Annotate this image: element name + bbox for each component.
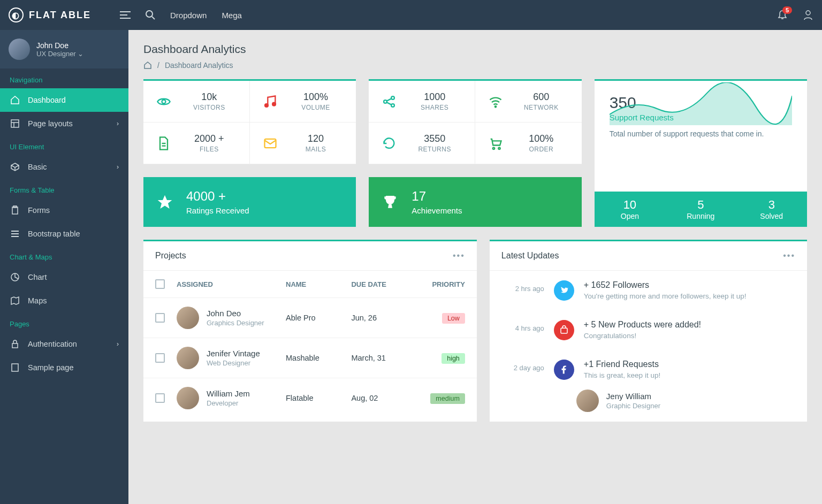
row-date: Aug, 02: [351, 394, 416, 402]
table-header: ASSIGNED NAME DUE DATE PRIORITY: [143, 271, 477, 297]
pie-icon: [10, 272, 20, 282]
support-stat-value: 10: [595, 198, 665, 212]
avatar: [9, 39, 30, 60]
menu-toggle-icon[interactable]: [120, 11, 131, 19]
sidebar-item-authentication[interactable]: Authentication ›: [0, 332, 128, 356]
update-person: Jeny William Graphic Designer: [565, 390, 807, 422]
update-time: 2 hrs ago: [501, 280, 544, 293]
sidebar-item-basic[interactable]: Basic ›: [0, 155, 128, 179]
support-stat-value: 5: [665, 198, 736, 212]
section-chart-maps: Chart & Maps: [0, 246, 128, 265]
priority-badge: medium: [430, 393, 465, 404]
facebook-icon: [554, 360, 574, 380]
sparkline-chart: [610, 82, 792, 125]
user-icon[interactable]: [803, 10, 813, 20]
stat-cell-network: 600NETWORK: [475, 81, 582, 123]
support-desc: Total number of support requests that co…: [610, 129, 792, 138]
stat-value: 120: [288, 133, 344, 144]
col-assigned: ASSIGNED: [177, 280, 286, 288]
row-checkbox[interactable]: [155, 393, 165, 403]
select-all-checkbox[interactable]: [155, 279, 165, 289]
updates-card: Latest Updates ••• 2 hrs ago+ 1652 Follo…: [490, 240, 807, 422]
sidebar-item-dashboard[interactable]: Dashboard: [0, 88, 128, 112]
search-icon[interactable]: [146, 10, 155, 20]
stat-label: ORDER: [514, 146, 569, 153]
projects-card: Projects ••• ASSIGNED NAME DUE DATE PRIO…: [143, 240, 477, 422]
stats-left: 10kVISITORS100%VOLUME2000 +FILES120MAILS: [143, 79, 356, 164]
stat-label: MAILS: [288, 146, 344, 153]
table-row[interactable]: William JemDeveloperFlatableAug, 02mediu…: [143, 378, 477, 418]
sidebar-item-label: Forms: [28, 206, 50, 215]
row-project: Mashable: [286, 354, 351, 362]
col-name: NAME: [286, 280, 351, 288]
home-icon: [10, 95, 20, 105]
logo[interactable]: ◐ FLAT ABLE: [9, 7, 105, 22]
notifications-button[interactable]: 5: [777, 10, 788, 20]
stat-cell-files: 2000 +FILES: [143, 123, 250, 164]
stat-label: VOLUME: [288, 104, 344, 111]
list-icon: [10, 228, 20, 239]
brand-text: FLAT ABLE: [29, 10, 91, 21]
support-card: 350 Support Requests Total number of sup…: [595, 79, 807, 227]
projects-title: Projects: [155, 251, 186, 261]
stat-label: RETURNS: [407, 146, 462, 153]
stat-cell-volume: 100%VOLUME: [250, 81, 356, 123]
row-role: Web Designer: [207, 359, 260, 367]
dropdown-menu[interactable]: Dropdown: [170, 11, 207, 20]
header: ◐ FLAT ABLE Dropdown Mega 5: [0, 0, 822, 30]
card-menu-icon[interactable]: •••: [783, 251, 795, 261]
sidebar-item-maps[interactable]: Maps: [0, 289, 128, 312]
stat-cell-shares: 1000SHARES: [369, 81, 475, 123]
row-name: William Jem: [207, 389, 250, 398]
sidebar-item-forms[interactable]: Forms: [0, 198, 128, 222]
table-row[interactable]: John DeoGraphics DesignerAble ProJun, 26…: [143, 297, 477, 338]
section-ui-element: UI Element: [0, 135, 128, 155]
avatar: [177, 347, 199, 369]
sidebar-item-label: Maps: [28, 296, 47, 305]
svg-point-20: [272, 102, 276, 105]
update-time: 2 day ago: [501, 360, 544, 372]
logo-icon: ◐: [9, 7, 24, 22]
sidebar-item-label: Page layouts: [28, 119, 73, 128]
sidebar-item-page-layouts[interactable]: Page layouts ›: [0, 112, 128, 135]
row-role: Developer: [207, 399, 250, 407]
mega-menu[interactable]: Mega: [222, 11, 242, 20]
home-icon[interactable]: [143, 61, 152, 70]
svg-rect-32: [561, 328, 567, 333]
section-pages: Pages: [0, 312, 128, 332]
svg-point-19: [265, 104, 268, 107]
avatar: [177, 307, 199, 329]
twitter-icon: [554, 280, 574, 301]
table-row[interactable]: Jenifer VintageWeb DesignerMashableMarch…: [143, 338, 477, 378]
stat-value: 3550: [407, 133, 462, 144]
sidebar-item-chart[interactable]: Chart: [0, 265, 128, 289]
cart-icon: [488, 136, 503, 151]
stat-value: 100%: [288, 91, 344, 103]
clipboard-icon: [10, 205, 20, 216]
stat-cell-mails: 120MAILS: [250, 123, 356, 164]
svg-rect-16: [12, 343, 18, 348]
sidebar-item-bootstrap-table[interactable]: Bootstrap table: [0, 222, 128, 246]
sidebar-item-label: Basic: [28, 163, 47, 171]
card-menu-icon[interactable]: •••: [453, 251, 465, 261]
stat-label: FILES: [182, 146, 237, 153]
breadcrumb-current: Dashboard Analytics: [165, 61, 233, 70]
support-stat-label: Solved: [736, 212, 807, 220]
mail-icon: [263, 136, 278, 151]
priority-badge: high: [442, 353, 465, 364]
row-checkbox[interactable]: [155, 353, 165, 363]
stats-right: 1000SHARES600NETWORK3550RETURNS100%ORDER: [369, 79, 581, 164]
sidebar-item-label: Dashboard: [28, 96, 66, 104]
row-project: Able Pro: [286, 314, 351, 322]
row-checkbox[interactable]: [155, 313, 165, 323]
sidebar: John Doe UX Designer ⌄ Navigation Dashbo…: [0, 30, 128, 504]
row-date: Jun, 26: [351, 314, 416, 322]
update-desc: This is great, keep it up!: [584, 371, 660, 379]
profile-block[interactable]: John Doe UX Designer ⌄: [0, 30, 128, 68]
sidebar-item-sample-page[interactable]: Sample page: [0, 356, 128, 379]
support-stat-value: 3: [736, 198, 807, 212]
stat-value: 100%: [514, 133, 569, 144]
eye-icon: [156, 94, 171, 109]
svg-point-30: [493, 147, 495, 149]
person-name: Jeny William: [606, 392, 660, 401]
